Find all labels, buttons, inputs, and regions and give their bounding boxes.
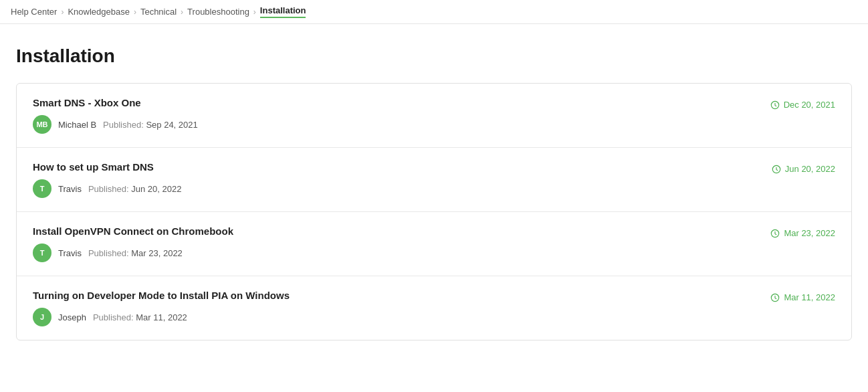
breadcrumb-separator-3: › xyxy=(181,7,183,17)
clock-icon-0 xyxy=(770,100,780,110)
article-date-2: Mar 23, 2022 xyxy=(770,228,835,238)
article-title-3[interactable]: Turning on Developer Mode to Install PIA… xyxy=(33,290,290,301)
breadcrumb: Help Center › Knowledgebase › Technical … xyxy=(0,0,868,24)
author-name-0: Michael B xyxy=(58,120,96,130)
article-date-1: Jun 20, 2022 xyxy=(772,164,835,174)
article-updated-date-1: Jun 20, 2022 xyxy=(785,164,835,174)
article-left-1: How to set up Smart DNS T Travis Publish… xyxy=(33,161,181,198)
author-avatar-3: J xyxy=(33,308,51,326)
article-item: How to set up Smart DNS T Travis Publish… xyxy=(17,148,851,212)
article-item: Install OpenVPN Connect on Chromebook T … xyxy=(17,212,851,276)
breadcrumb-separator-4: › xyxy=(253,7,256,17)
article-meta-1: T Travis Published: Jun 20, 2022 xyxy=(33,179,181,198)
published-text-0: Published: Sep 24, 2021 xyxy=(103,120,198,130)
breadcrumb-troubleshooting[interactable]: Troubleshooting xyxy=(187,7,249,17)
article-item: Turning on Developer Mode to Install PIA… xyxy=(17,276,851,340)
breadcrumb-separator-2: › xyxy=(134,7,136,17)
breadcrumb-separator-1: › xyxy=(61,7,64,17)
published-text-3: Published: Mar 11, 2022 xyxy=(93,312,187,322)
author-avatar-1: T xyxy=(33,179,51,198)
breadcrumb-current: Installation xyxy=(260,5,306,18)
article-meta-0: MB Michael B Published: Sep 24, 2021 xyxy=(33,115,198,134)
author-avatar-0: MB xyxy=(33,115,51,134)
article-updated-date-3: Mar 11, 2022 xyxy=(784,292,835,302)
main-content: Installation Smart DNS - Xbox One MB Mic… xyxy=(0,24,868,357)
article-meta-2: T Travis Published: Mar 23, 2022 xyxy=(33,243,233,262)
article-left-2: Install OpenVPN Connect on Chromebook T … xyxy=(33,225,233,262)
author-name-2: Travis xyxy=(58,248,82,258)
article-left-0: Smart DNS - Xbox One MB Michael B Publis… xyxy=(33,97,198,134)
article-date-0: Dec 20, 2021 xyxy=(770,100,835,110)
page-title: Installation xyxy=(16,45,852,67)
article-updated-date-0: Dec 20, 2021 xyxy=(784,100,835,110)
article-item: Smart DNS - Xbox One MB Michael B Publis… xyxy=(17,84,851,148)
clock-icon-2 xyxy=(770,229,780,238)
breadcrumb-knowledgebase[interactable]: Knowledgebase xyxy=(68,7,130,17)
author-avatar-2: T xyxy=(33,243,51,262)
author-name-3: Joseph xyxy=(58,312,86,322)
published-text-1: Published: Jun 20, 2022 xyxy=(88,184,182,194)
article-updated-date-2: Mar 23, 2022 xyxy=(784,228,835,238)
article-date-3: Mar 11, 2022 xyxy=(770,292,835,302)
article-title-1[interactable]: How to set up Smart DNS xyxy=(33,161,181,173)
author-name-1: Travis xyxy=(58,184,82,194)
article-title-0[interactable]: Smart DNS - Xbox One xyxy=(33,97,198,108)
published-text-2: Published: Mar 23, 2022 xyxy=(88,248,183,258)
breadcrumb-technical[interactable]: Technical xyxy=(140,7,177,17)
articles-container: Smart DNS - Xbox One MB Michael B Publis… xyxy=(16,83,852,340)
article-left-3: Turning on Developer Mode to Install PIA… xyxy=(33,290,290,326)
breadcrumb-help-center[interactable]: Help Center xyxy=(11,7,57,17)
article-meta-3: J Joseph Published: Mar 11, 2022 xyxy=(33,308,290,326)
article-title-2[interactable]: Install OpenVPN Connect on Chromebook xyxy=(33,225,233,237)
clock-icon-3 xyxy=(770,293,780,302)
clock-icon-1 xyxy=(772,165,781,174)
